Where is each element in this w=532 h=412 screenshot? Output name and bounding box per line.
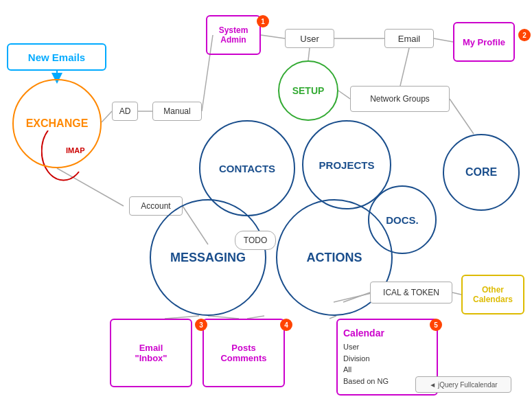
posts-line1: Posts — [231, 343, 255, 353]
svg-line-18 — [452, 293, 461, 295]
svg-line-4 — [261, 35, 285, 38]
setup-label: SETUP — [292, 85, 325, 96]
messaging-node[interactable]: MESSAGING — [150, 199, 266, 316]
badge-4: 4 — [280, 319, 292, 331]
badge-2: 2 — [518, 29, 531, 41]
contacts-label: CONTACTS — [219, 163, 275, 174]
email-label: Email — [398, 34, 421, 44]
email-inbox-line2: "Inbox" — [135, 353, 167, 363]
badge-3: 3 — [195, 319, 207, 331]
svg-line-10 — [450, 99, 474, 134]
other-calendars-label: Other Calendars — [463, 285, 523, 304]
cal-item-ng: Based on NG — [343, 376, 389, 387]
setup-node[interactable]: SETUP — [278, 60, 338, 121]
messaging-label: MESSAGING — [170, 251, 246, 265]
badge-1: 1 — [257, 15, 269, 27]
svg-line-1 — [102, 111, 112, 122]
calendar-title: Calendar — [343, 328, 384, 339]
manual-node[interactable]: Manual — [152, 102, 202, 121]
user-node[interactable]: User — [285, 29, 334, 48]
system-admin-node[interactable]: System Admin — [206, 15, 261, 55]
new-emails-node[interactable]: New Emails — [7, 43, 106, 71]
actions-label: ACTIONS — [307, 251, 362, 265]
svg-line-11 — [57, 168, 124, 206]
core-node[interactable]: CORE — [443, 134, 520, 211]
system-admin-label: System Admin — [207, 25, 259, 45]
svg-line-7 — [308, 48, 310, 60]
new-emails-label: New Emails — [28, 52, 85, 63]
network-groups-node[interactable]: Network Groups — [350, 86, 450, 112]
my-profile-node[interactable]: My Profile — [453, 22, 515, 62]
email-inbox-node[interactable]: Email "Inbox" — [110, 319, 192, 387]
email-node[interactable]: Email — [384, 29, 434, 48]
network-groups-label: Network Groups — [370, 94, 430, 104]
cal-item-division: Division — [343, 353, 370, 365]
posts-comments-node[interactable]: Posts Comments — [203, 319, 285, 387]
cal-item-user: User — [343, 341, 359, 353]
imap-label: IMAP — [66, 146, 85, 154]
manual-label: Manual — [163, 106, 190, 116]
svg-line-6 — [434, 38, 453, 42]
projects-label: PROJECTS — [319, 159, 375, 171]
email-inbox-line1: Email — [139, 343, 163, 353]
exchange-node[interactable]: EXCHANGE — [12, 79, 102, 168]
account-label: Account — [141, 201, 170, 211]
posts-line2: Comments — [220, 353, 266, 363]
other-calendars-node[interactable]: Other Calendars — [461, 275, 524, 314]
todo-node[interactable]: TODO — [235, 231, 276, 250]
badge-5: 5 — [430, 319, 442, 331]
ical-token-label: ICAL & TOKEN — [383, 288, 439, 297]
user-label: User — [300, 34, 319, 44]
exchange-label: EXCHANGE — [26, 117, 89, 130]
ad-label: AD — [119, 106, 131, 116]
jquery-fc-label: ◄ jQuery Fullcalendar — [429, 381, 497, 389]
jquery-fullcalendar-node[interactable]: ◄ jQuery Fullcalendar — [415, 376, 511, 393]
svg-line-16 — [329, 316, 336, 319]
todo-label: TODO — [244, 236, 267, 245]
my-profile-label: My Profile — [463, 37, 505, 47]
ad-node[interactable]: AD — [112, 102, 138, 121]
svg-line-8 — [400, 48, 409, 86]
core-label: CORE — [465, 166, 497, 179]
ical-token-node[interactable]: ICAL & TOKEN — [370, 282, 452, 304]
svg-line-9 — [338, 91, 350, 99]
docs-label: DOCS. — [386, 214, 419, 226]
cal-item-all: All — [343, 364, 351, 376]
